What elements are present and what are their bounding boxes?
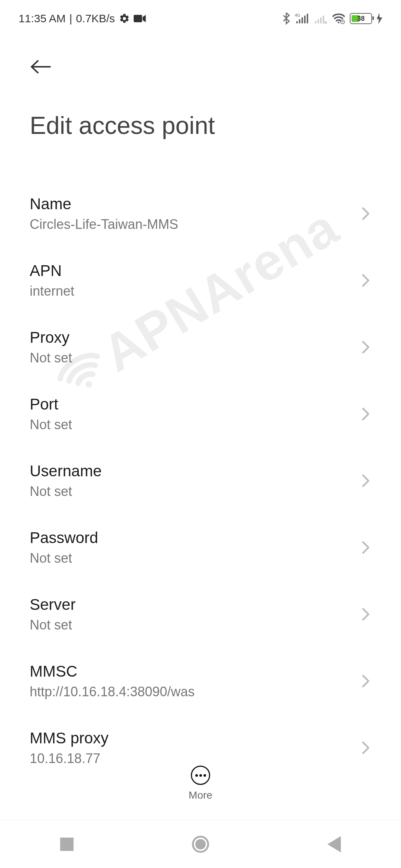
settings-label: Port (30, 395, 360, 413)
settings-label: MMS proxy (30, 729, 360, 747)
settings-label: APN (30, 262, 360, 280)
battery-icon: 38 (350, 13, 372, 24)
status-data-rate: 0.7KB/s (76, 12, 115, 25)
svg-rect-5 (301, 17, 303, 23)
svg-rect-7 (307, 14, 308, 23)
chevron-right-icon (360, 475, 371, 486)
gear-icon (119, 13, 130, 24)
settings-list: Name Circles-Life-Taiwan-MMS APN interne… (0, 147, 401, 781)
svg-point-13 (338, 22, 340, 23)
settings-row-username[interactable]: Username Not set (30, 447, 371, 514)
signal-4g-icon: 4G (295, 13, 309, 24)
settings-value: Circles-Life-Taiwan-MMS (30, 217, 360, 232)
bluetooth-icon (282, 12, 290, 25)
settings-row-mms-proxy[interactable]: MMS proxy 10.16.18.77 (30, 714, 371, 781)
nav-recent-button[interactable] (56, 833, 78, 855)
svg-rect-8 (315, 21, 316, 23)
square-icon (60, 838, 74, 851)
svg-point-14 (340, 20, 345, 24)
settings-value: 10.16.18.77 (30, 751, 360, 766)
svg-rect-1 (134, 15, 142, 22)
settings-label: Password (30, 529, 360, 547)
settings-row-mmsc[interactable]: MMSC http://10.16.18.4:38090/was (30, 648, 371, 714)
wifi-icon (332, 13, 345, 24)
settings-value: Not set (30, 350, 360, 366)
triangle-icon (327, 836, 341, 852)
signal-nosim-icon: ✕ (313, 13, 327, 24)
page-title: Edit access point (30, 111, 371, 139)
settings-label: MMSC (30, 662, 360, 680)
chevron-right-icon (360, 208, 371, 219)
settings-row-password[interactable]: Password Not set (30, 514, 371, 581)
svg-rect-10 (320, 17, 322, 23)
svg-text:✕: ✕ (324, 20, 327, 24)
charging-icon (376, 13, 382, 24)
chevron-right-icon (360, 542, 371, 553)
settings-value: internet (30, 283, 360, 299)
settings-value: Not set (30, 550, 360, 566)
chevron-right-icon (360, 675, 371, 687)
svg-rect-3 (296, 21, 298, 23)
settings-row-name[interactable]: Name Circles-Life-Taiwan-MMS (30, 180, 371, 247)
chevron-right-icon (360, 742, 371, 753)
nav-back-button[interactable] (323, 833, 345, 855)
settings-value: Not set (30, 417, 360, 433)
chevron-right-icon (360, 609, 371, 620)
svg-text:4G: 4G (295, 13, 300, 17)
more-label: More (189, 789, 212, 801)
settings-row-apn[interactable]: APN internet (30, 247, 371, 314)
settings-label: Name (30, 195, 360, 213)
settings-label: Username (30, 462, 360, 480)
status-time: 11:35 AM (19, 12, 66, 25)
svg-rect-6 (304, 16, 306, 23)
chevron-right-icon (360, 342, 371, 353)
status-bar: 11:35 AM | 0.7KB/s 4G ✕ 38 (0, 0, 401, 33)
settings-row-server[interactable]: Server Not set (30, 581, 371, 648)
svg-rect-4 (299, 19, 300, 23)
chevron-right-icon (360, 275, 371, 286)
settings-value: Not set (30, 617, 360, 633)
settings-label: Proxy (30, 329, 360, 346)
camera-icon (134, 14, 146, 23)
chevron-right-icon (360, 408, 371, 420)
nav-home-button[interactable] (189, 833, 212, 855)
settings-label: Server (30, 596, 360, 614)
circle-icon (192, 836, 209, 853)
nav-bar (0, 820, 401, 868)
settings-row-port[interactable]: Port Not set (30, 381, 371, 447)
back-button[interactable] (30, 56, 52, 78)
settings-row-proxy[interactable]: Proxy Not set (30, 314, 371, 381)
svg-rect-9 (317, 19, 319, 23)
settings-value: Not set (30, 484, 360, 499)
settings-value: http://10.16.18.4:38090/was (30, 684, 360, 700)
